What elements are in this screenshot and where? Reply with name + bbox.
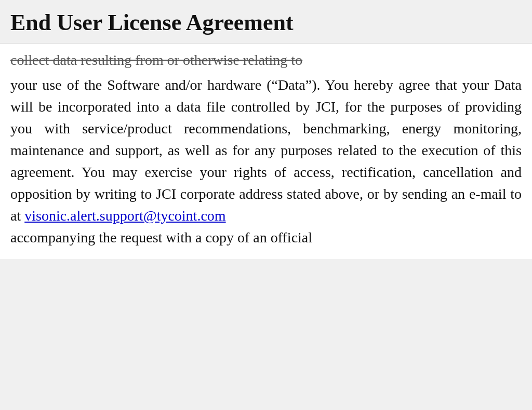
body-text: your use of the Software and/or hardware… [10, 72, 522, 249]
email-link[interactable]: visonic.alert.support@tycoint.com [24, 208, 225, 224]
paragraph-text: your use of the Software and/or hardware… [10, 77, 522, 224]
strikethrough-text: collect data resulting from or otherwise… [10, 44, 522, 72]
page-header: End User License Agreement [0, 0, 532, 44]
content-area: collect data resulting from or otherwise… [0, 44, 532, 259]
page-title: End User License Agreement [10, 9, 522, 36]
paragraph-end-text: accompanying the request with a copy of … [10, 229, 312, 245]
